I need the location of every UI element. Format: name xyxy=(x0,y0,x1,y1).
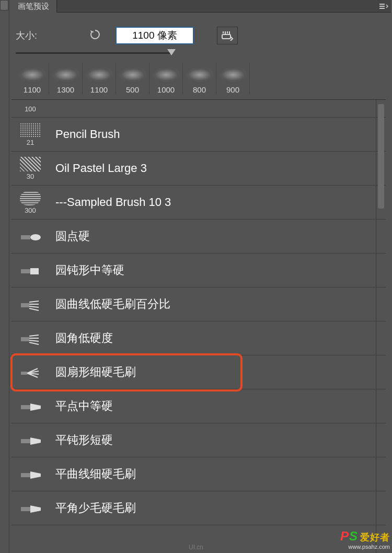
brush-preview-icon xyxy=(117,65,148,84)
svg-point-2 xyxy=(30,234,41,240)
brush-preview-icon xyxy=(50,65,82,84)
brush-row[interactable]: 圆点硬 xyxy=(11,220,386,254)
svg-rect-10 xyxy=(21,439,30,443)
brush-swatch xyxy=(15,289,46,320)
svg-marker-13 xyxy=(30,471,41,479)
panel-menu-icon[interactable] xyxy=(378,3,389,9)
brush-name-label: 平角少毛硬毛刷 xyxy=(46,500,136,516)
size-label: 大小: xyxy=(16,29,37,42)
recent-brush-thumb[interactable]: 800 xyxy=(183,63,216,94)
brush-tip-icon xyxy=(21,266,40,275)
brush-name-label: 圆扇形细硬毛刷 xyxy=(46,364,136,380)
brush-tip-icon xyxy=(21,435,40,445)
brush-name-label: 圆曲线低硬毛刷百分比 xyxy=(46,296,170,312)
brush-row[interactable]: 30Oil Pastel Large 3 xyxy=(11,152,386,186)
brush-row[interactable]: 圆曲线低硬毛刷百分比 xyxy=(11,287,386,321)
brush-swatch xyxy=(15,458,46,490)
brush-name-label: Oil Pastel Large 3 xyxy=(46,162,147,175)
svg-rect-3 xyxy=(21,269,30,273)
brush-swatch xyxy=(15,356,46,388)
brush-size-label: 1300 xyxy=(57,85,74,94)
reset-size-icon[interactable] xyxy=(89,29,101,43)
brush-row[interactable]: 圆角低硬度 xyxy=(11,321,386,355)
svg-rect-12 xyxy=(21,473,30,477)
brush-swatch-icon xyxy=(20,191,41,205)
brush-name-label: 圆角低硬度 xyxy=(46,330,113,346)
svg-rect-8 xyxy=(21,405,30,409)
brush-tip-icon xyxy=(21,401,40,411)
slider-track xyxy=(16,52,172,54)
brush-row[interactable]: 平钝形短硬 xyxy=(11,423,386,457)
brush-name-label: 圆点硬 xyxy=(46,228,90,244)
brush-preview-icon xyxy=(151,65,182,84)
brush-size-label: 1100 xyxy=(24,85,41,94)
slider-thumb[interactable] xyxy=(167,49,176,55)
brush-swatch-icon xyxy=(20,123,41,137)
brush-size-label: 1100 xyxy=(90,85,108,94)
svg-rect-0 xyxy=(222,34,230,39)
recent-brush-thumb[interactable]: 1000 xyxy=(149,63,183,94)
brush-tip-icon xyxy=(21,503,40,513)
recent-brushes-row: 1100130011005001000800900 xyxy=(16,63,250,94)
brush-tip-icon xyxy=(21,333,40,343)
brush-tip-icon xyxy=(21,469,40,479)
brush-swatch xyxy=(15,390,46,422)
brush-swatch: 100 xyxy=(15,101,46,117)
brush-name-label: Pencil Brush xyxy=(46,128,120,141)
brush-row[interactable]: 平角少毛硬毛刷 xyxy=(11,491,386,525)
brush-tip-icon xyxy=(21,232,40,241)
brush-list[interactable]: 100 21Pencil Brush30Oil Pastel Large 330… xyxy=(11,99,386,553)
brush-tip-icon xyxy=(21,299,40,309)
svg-rect-5 xyxy=(21,303,29,307)
brush-size-label: 1000 xyxy=(157,85,175,94)
brush-swatch xyxy=(15,492,46,524)
brush-swatch xyxy=(15,424,46,456)
brush-swatch: 21 xyxy=(15,119,46,150)
brush-preview-icon xyxy=(17,65,48,84)
svg-rect-6 xyxy=(21,337,29,341)
brush-size-label: 800 xyxy=(193,85,206,94)
brush-name-label: 平钝形短硬 xyxy=(46,432,113,448)
brush-name-label: 平曲线细硬毛刷 xyxy=(46,466,136,482)
brush-preview-icon xyxy=(217,65,249,84)
brush-picker-button[interactable] xyxy=(217,27,238,44)
size-row: 大小: xyxy=(16,25,382,46)
brush-swatch: 30 xyxy=(15,153,46,184)
recent-brush-thumb[interactable]: 1100 xyxy=(83,63,116,94)
brush-row[interactable]: 圆扇形细硬毛刷 xyxy=(11,355,386,389)
brush-swatch: 300 xyxy=(15,187,46,218)
brush-size-label: 500 xyxy=(126,85,139,94)
brush-swatch xyxy=(15,221,46,252)
tab-brush-presets[interactable]: 画笔预设 xyxy=(10,0,57,13)
brush-name-label: ---Sampled Brush 10 3 xyxy=(46,195,171,209)
brush-size-label: 21 xyxy=(27,139,34,146)
size-input[interactable] xyxy=(116,27,194,44)
recent-brush-thumb[interactable]: 500 xyxy=(116,63,149,94)
svg-rect-4 xyxy=(30,268,39,274)
brush-row[interactable]: 300---Sampled Brush 10 3 xyxy=(11,186,386,220)
brush-size-label: 30 xyxy=(27,172,34,180)
brush-row[interactable]: 100 xyxy=(11,100,386,118)
brush-tip-icon xyxy=(21,367,40,377)
dock-strip xyxy=(0,0,9,553)
svg-marker-9 xyxy=(30,404,41,411)
recent-brush-thumb[interactable]: 1300 xyxy=(49,63,83,94)
panel-tab-bar: 画笔预设 xyxy=(10,0,391,13)
svg-marker-11 xyxy=(30,437,41,445)
recent-brush-thumb[interactable]: 900 xyxy=(216,63,250,94)
size-slider[interactable] xyxy=(16,49,235,57)
brush-swatch-icon xyxy=(20,157,41,171)
recent-brush-thumb[interactable]: 1100 xyxy=(16,63,49,94)
brush-size-label: 900 xyxy=(226,85,239,94)
brush-row[interactable]: 21Pencil Brush xyxy=(11,118,386,152)
brush-name-label: 园钝形中等硬 xyxy=(46,262,124,278)
svg-marker-15 xyxy=(30,505,41,513)
brush-name-label: 平点中等硬 xyxy=(46,398,113,414)
brush-row[interactable]: 园钝形中等硬 xyxy=(11,254,386,287)
svg-rect-1 xyxy=(21,235,30,239)
brush-preview-icon xyxy=(184,65,215,84)
brush-swatch xyxy=(15,322,46,354)
brush-row[interactable]: 平点中等硬 xyxy=(11,389,386,423)
brush-preview-icon xyxy=(84,65,115,84)
brush-row[interactable]: 平曲线细硬毛刷 xyxy=(11,457,386,491)
